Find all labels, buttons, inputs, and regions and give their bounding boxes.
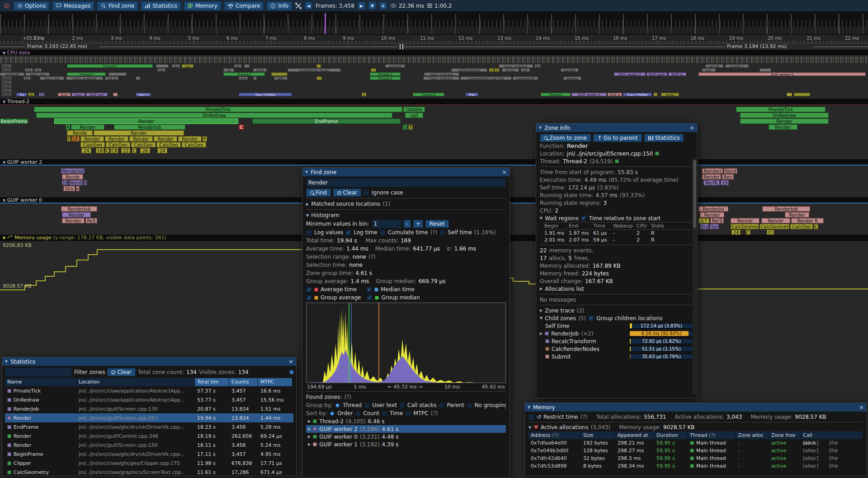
- timeline-zone[interactable]: 18: [62, 180, 68, 185]
- messages-button[interactable]: Messages: [52, 1, 94, 10]
- stat-row[interactable]: BeginFramejni/../jni/src/claw/gfx/drv/vk…: [5, 450, 293, 459]
- timeline-zone[interactable]: RerfR: [703, 180, 720, 185]
- column-header-name[interactable]: Name: [5, 378, 76, 386]
- memory-button[interactable]: Memory: [184, 1, 221, 10]
- timeline-zone[interactable]: Rend: [724, 168, 737, 174]
- timeline-zone[interactable]: OnRedraw: [36, 113, 392, 118]
- compare-button[interactable]: Compare: [224, 1, 264, 10]
- group-by-parent-radio[interactable]: [439, 402, 444, 408]
- cpu-zone[interactable]: [371, 68, 376, 72]
- found-group-row[interactable]: ▶GUIF worker 0(3,231)4.48 s: [306, 433, 506, 440]
- timeline-zone[interactable]: CalcGeo: [790, 224, 813, 229]
- timeline-zone[interactable]: Rencer: [731, 218, 760, 223]
- timeline-zone[interactable]: Render: [71, 124, 104, 130]
- restrict-time-checkbox[interactable]: [528, 414, 534, 420]
- cpu-zone[interactable]: kw: [157, 68, 165, 72]
- cpu-zone[interactable]: tracy_systrace: [424, 72, 459, 76]
- timeline-zone[interactable]: CalcGeomet: [760, 224, 789, 229]
- cpu-zone[interactable]: syste: [661, 93, 679, 96]
- timeline-zone[interactable]: Render: [178, 136, 202, 142]
- timeline-zone[interactable]: Render: [129, 136, 153, 142]
- cpu-zone[interactable]: kw: [25, 68, 33, 72]
- cpu-zone[interactable]: [316, 76, 322, 80]
- timeline-zone[interactable]: T: [408, 124, 413, 130]
- active-allocations-toggle[interactable]: ▼ ♥ Active allocations(3,043) Memory usa…: [528, 423, 863, 431]
- timeline-zone[interactable]: RenderJob: [61, 206, 97, 212]
- timeline-zone[interactable]: C8: [110, 148, 118, 153]
- timeline-zone[interactable]: Rencer: [761, 218, 790, 223]
- zone-thread[interactable]: Thread-2: [563, 158, 587, 165]
- cumulate-time-checkbox[interactable]: [380, 230, 386, 236]
- cpu-zone[interactable]: Thread-2: [541, 93, 571, 96]
- filter-zones-input[interactable]: [5, 368, 72, 377]
- column-header-size[interactable]: Size: [581, 431, 615, 439]
- clear-button[interactable]: Clear: [333, 189, 361, 197]
- min-bin-input[interactable]: [372, 219, 401, 228]
- reset-button[interactable]: Reset: [425, 220, 449, 228]
- stat-row[interactable]: OnRedrawjni/../jni/src/claw/application/…: [5, 395, 293, 404]
- cpu-zone[interactable]: Thread-2: [413, 93, 444, 96]
- child-zone-row[interactable]: Self time172.14 μs (3.83%): [540, 322, 693, 330]
- guif-worker2-header[interactable]: ▼ GUIF worker 2: [0, 159, 868, 166]
- stat-row[interactable]: CalcGeometryjni/../jni/src/claw/graphics…: [5, 468, 293, 476]
- find-button[interactable]: Find: [306, 189, 331, 197]
- time-relative-checkbox[interactable]: [581, 215, 587, 221]
- timeline-zone[interactable]: RenderJ: [702, 168, 723, 174]
- group-by-usertext-radio[interactable]: [364, 402, 370, 408]
- found-group-row[interactable]: ▶GUIF worker 1(3,192)4.39 s: [306, 440, 506, 448]
- timeline-zone[interactable]: RenderJol: [698, 206, 728, 212]
- cpu-zone[interactable]: M: [39, 93, 44, 96]
- cpu-zone[interactable]: surfacef: [385, 64, 405, 68]
- goto-frame-button[interactable]: ⊕: [379, 2, 387, 9]
- timeline-zone[interactable]: Ren: [722, 174, 734, 180]
- histogram-toggle[interactable]: ▼Histogram: [306, 211, 506, 219]
- child-zone-row[interactable]: CalcRenderNodes51.51 μs (1.15%): [540, 345, 693, 353]
- cpu-zone[interactable]: Thread-2: [67, 72, 106, 76]
- zone-info-scrollbar[interactable]: [693, 158, 697, 394]
- cpu-zone[interactable]: GUIF worker 0: [614, 72, 646, 76]
- group-avg-checkbox[interactable]: [306, 295, 312, 301]
- cpu-zone[interactable]: I: [654, 93, 657, 96]
- cpu-zone[interactable]: GUIF worker 2: [571, 93, 607, 96]
- cpu-zone[interactable]: [113, 93, 118, 96]
- timeline-zone[interactable]: C: [814, 224, 818, 229]
- cpu-zone[interactable]: B: [495, 68, 499, 72]
- cpu-zone[interactable]: [108, 72, 127, 76]
- power-button[interactable]: [3, 2, 10, 9]
- cpu-zone[interactable]: tracy_sys: [25, 72, 50, 76]
- timeline-zone[interactable]: Render: [154, 136, 177, 142]
- timeline-zone[interactable]: Render: [80, 136, 104, 142]
- stat-row[interactable]: Renderjni/../jni/src/guif/Control.cpp:34…: [5, 431, 293, 440]
- found-group-row-selected[interactable]: ▶GUIF worker 2(3,296)4.61 s: [306, 425, 506, 433]
- cpu-zone[interactable]: GUIF worker 0: [698, 72, 866, 76]
- cpu-zone[interactable]: [787, 93, 792, 96]
- time-ruler[interactable]: +55.83 s 1 ms 2 ms 3 ms 4 ms 5 ms 6 ms 7…: [0, 35, 868, 43]
- column-header-counts[interactable]: Counts: [229, 378, 258, 386]
- frame-overview-strip[interactable]: [0, 12, 868, 35]
- timeline-zone[interactable]: Render: [62, 212, 91, 218]
- timeline-zone[interactable]: PrivateTick: [34, 107, 402, 112]
- next-frame-button[interactable]: ▶: [358, 2, 365, 9]
- timeline-zone[interactable]: Render: [105, 136, 128, 142]
- timeline-zone[interactable]: RenderJol: [61, 168, 85, 174]
- column-header-appeared[interactable]: Appeared at: [615, 431, 654, 439]
- timeline-zone[interactable]: v: [76, 186, 80, 191]
- cpu-zone[interactable]: rot: [521, 68, 530, 72]
- cpu-zone[interactable]: GUIF-work: [646, 72, 667, 76]
- stat-row[interactable]: Renderjni/../jni/src/guif/Screen.cpp:150…: [5, 440, 293, 450]
- cpu-zone[interactable]: [271, 72, 288, 76]
- find-zone-titlebar[interactable]: ▼ Find zone ×: [302, 168, 509, 176]
- memory-row[interactable]: 0x7dfaa64e00192 bytes298.21 ms59.95 sMai…: [528, 439, 863, 447]
- timeline-zone[interactable]: RenderJob: [114, 124, 185, 130]
- stat-row[interactable]: EndFramejni/../jni/src/claw/gfx/drv/vk/D…: [5, 422, 293, 431]
- find-zone-histogram[interactable]: [306, 303, 506, 383]
- child-zones-toggle[interactable]: ▼Child zones(5)Group children locations: [540, 314, 693, 322]
- cpu-zone[interactable]: tracy_systrace: [66, 76, 103, 80]
- statistics-titlebar[interactable]: ▼ Statistics ×: [2, 357, 296, 366]
- median-time-checkbox[interactable]: [366, 287, 372, 293]
- options-button[interactable]: Options: [14, 1, 49, 10]
- cpu-zone[interactable]: [156, 64, 169, 68]
- ignore-case-checkbox[interactable]: [363, 190, 369, 196]
- cpu-zone[interactable]: [794, 93, 810, 96]
- timeline-zone[interactable]: S: [403, 124, 407, 130]
